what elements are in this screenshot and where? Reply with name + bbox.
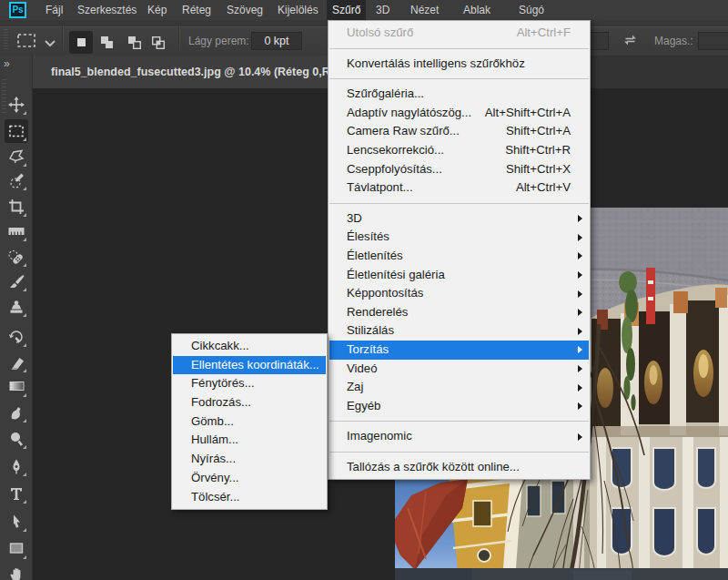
gradient-icon [8, 379, 25, 393]
menubar-item-fajl[interactable]: Fájl [40, 0, 68, 20]
options-separator [178, 25, 179, 50]
menu-item-imagenomic[interactable]: Imagenomic [329, 427, 589, 446]
tool-path-selection[interactable] [5, 510, 28, 534]
tool-crop[interactable] [5, 195, 28, 219]
submenu-item-orveny[interactable]: Örvény... [173, 469, 326, 488]
submenu-arrow-icon [578, 290, 582, 298]
submenu-item-hullam[interactable]: Hullám... [173, 431, 326, 450]
tool-lasso[interactable] [5, 145, 28, 168]
menubar-item-kep[interactable]: Kép [142, 0, 172, 20]
menubar-item-szuro[interactable]: Szűrő [327, 0, 366, 20]
menu-item-szurogaleria[interactable]: Szűrőgaléria... [329, 85, 589, 104]
submenu-arrow-icon [578, 346, 582, 353]
tool-panel: » [0, 56, 33, 580]
submenu-item-fodrozas[interactable]: Fodrozás... [173, 393, 326, 412]
menu-separator [329, 452, 589, 453]
menu-item-tavlatpont[interactable]: Távlatpont...Alt+Ctrl+V [329, 178, 589, 198]
menubar-item-szerkesztes[interactable]: Szerkesztés [72, 0, 142, 20]
submenu-arrow-icon [578, 215, 582, 222]
feather-label: Lágy perem: [188, 27, 249, 55]
ps-logo-icon[interactable]: Ps [9, 2, 26, 18]
menubar-item-3d[interactable]: 3D [370, 0, 395, 20]
menu-separator [329, 203, 589, 204]
tool-hand[interactable] [5, 563, 28, 580]
menu-item-konvertalas[interactable]: Konvertálás intelligens szűrőkhöz [329, 55, 589, 74]
tool-gradient[interactable] [5, 375, 28, 399]
menu-item-renderel[interactable]: Renderelés [329, 303, 589, 322]
distort-submenu: Cikkcakk... Ellentétes koordináták... Fé… [171, 333, 328, 510]
menu-item-egyeb[interactable]: Egyéb [329, 397, 589, 416]
tool-move[interactable] [5, 93, 28, 117]
menu-item-adaptiv-nagylatoszog[interactable]: Adaptív nagylátószög...Alt+Shift+Ctrl+A [329, 104, 589, 123]
tool-brush[interactable] [5, 270, 28, 293]
path-selection-icon [9, 514, 24, 530]
document-tab-title: final5_blended_fusecutted3.jpg @ 10.4% (… [33, 56, 345, 88]
menu-item-stilizalas[interactable]: Stilizálás [329, 321, 589, 341]
options-separator [62, 25, 63, 50]
submenu-item-gomb[interactable]: Gömb... [173, 412, 326, 432]
menu-item-elesites[interactable]: Élesítés [329, 228, 589, 247]
menu-item-lencsekorrekcio[interactable]: Lencsekorrekció...Shift+Ctrl+R [329, 141, 589, 160]
tool-quick-selection[interactable] [5, 168, 28, 192]
menu-separator [329, 78, 589, 79]
tool-type[interactable] [5, 482, 28, 505]
menu-item-keppontositas[interactable]: Képpontosítás [329, 284, 589, 303]
selection-mode-add-button[interactable] [95, 31, 118, 54]
menu-item-zaj[interactable]: Zaj [329, 378, 589, 397]
submenu-item-fenytores[interactable]: Fénytörés... [173, 374, 326, 393]
menu-item-eletlenitesi-galeria[interactable]: Életlenítési galéria [329, 266, 589, 285]
menu-separator [329, 421, 589, 422]
submenu-item-tolcser[interactable]: Tölcsér... [173, 488, 326, 507]
menubar-item-szoveg[interactable]: Szöveg [221, 0, 268, 20]
selection-mode-subtract-button[interactable] [122, 31, 146, 54]
document-tab[interactable]: final5_blended_fusecutted3.jpg @ 10.4% (… [33, 56, 346, 88]
menu-item-eletlenites[interactable]: Életlenítés [329, 247, 589, 266]
menubar-item-ablak[interactable]: Ablak [458, 0, 496, 20]
submenu-item-nyiras[interactable]: Nyírás... [173, 450, 326, 469]
hand-icon [8, 566, 25, 580]
menu-item-tallozas-online[interactable]: Tallózás a szűrők között online... [329, 458, 589, 477]
tool-healing-brush[interactable] [5, 245, 28, 269]
tool-pen[interactable] [5, 454, 28, 478]
menu-item-cseppfolyositas[interactable]: Cseppfolyósítás...Shift+Ctrl+X [329, 160, 589, 179]
menu-item-3d[interactable]: 3D [329, 209, 589, 229]
selection-mode-intersect-button[interactable] [146, 31, 169, 54]
submenu-arrow-icon [578, 433, 582, 441]
tool-ruler[interactable] [5, 219, 28, 243]
submenu-arrow-icon [578, 309, 582, 316]
menubar-item-nezet[interactable]: Nézet [405, 0, 444, 20]
tool-clone-stamp[interactable] [5, 295, 28, 319]
tool-smudge[interactable] [5, 401, 28, 424]
menu-item-video[interactable]: Videó [329, 360, 589, 379]
menu-item-torzitas[interactable]: Torzítás [329, 341, 589, 360]
menubar-item-sugo[interactable]: Súgó [513, 0, 550, 20]
options-gripper[interactable] [4, 26, 8, 50]
expand-panel-icon[interactable]: » [4, 58, 29, 71]
menubar-item-kijeloles[interactable]: Kijelölés [272, 0, 324, 20]
menu-item-camera-raw[interactable]: Camera Raw szűrő...Shift+Ctrl+A [329, 122, 589, 141]
submenu-item-ellentetes-koordinatak[interactable]: Ellentétes koordináták... [173, 356, 326, 375]
menubar-item-reteg[interactable]: Réteg [177, 0, 217, 20]
tool-history-brush[interactable] [5, 325, 28, 349]
swap-dimensions-icon[interactable] [622, 33, 639, 51]
selection-mode-new-button[interactable] [69, 31, 93, 54]
submenu-arrow-icon [578, 365, 582, 372]
height-label: Magas.: [654, 27, 693, 55]
height-input[interactable] [698, 32, 728, 50]
tool-eraser[interactable] [5, 351, 28, 374]
tool-preset-chevron-icon[interactable] [44, 36, 56, 52]
tool-rectangle-shape[interactable] [5, 537, 28, 561]
submenu-arrow-icon [578, 234, 582, 241]
submenu-arrow-icon [578, 252, 582, 259]
photo-bottom-strip [395, 568, 728, 580]
menu-bar: Ps Fájl Szerkesztés Kép Réteg Szöveg Kij… [0, 0, 728, 20]
submenu-arrow-icon [578, 402, 582, 410]
feather-input[interactable]: 0 kpt [251, 32, 302, 50]
submenu-arrow-icon [578, 328, 582, 335]
tool-preset-marquee-icon[interactable] [15, 33, 37, 53]
tool-rectangular-marquee[interactable] [5, 119, 28, 143]
menu-item-utolso-szuro[interactable]: Utolsó szűrőAlt+Ctrl+F [329, 24, 589, 43]
submenu-item-cikkcakk[interactable]: Cikkcakk... [173, 337, 326, 356]
submenu-arrow-icon [578, 384, 582, 392]
tool-dodge[interactable] [5, 427, 28, 451]
